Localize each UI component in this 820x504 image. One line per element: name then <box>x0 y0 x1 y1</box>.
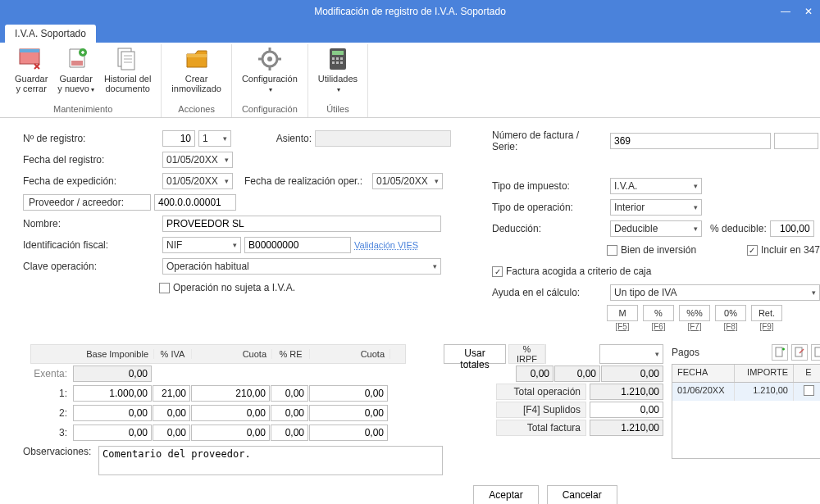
btn-pago-delete[interactable] <box>811 344 820 361</box>
val-suplidos[interactable] <box>590 402 663 418</box>
chk-op-no-sujeta[interactable] <box>159 283 170 293</box>
input-n-registro[interactable] <box>162 130 195 147</box>
r2-pct-re[interactable] <box>271 405 308 421</box>
ribbon-crear-inmovilizado[interactable]: Crear inmovilizado <box>166 44 226 102</box>
chk-factura-criterio-caja[interactable] <box>492 266 503 277</box>
select-deduccion[interactable]: Deducible <box>610 220 702 237</box>
chk-incluir-347[interactable] <box>747 245 758 256</box>
select-tipo-impuesto[interactable]: I.V.A. <box>610 178 702 194</box>
ribbon-guardar-nuevo[interactable]: Guardar y nuevo▾ <box>52 44 99 102</box>
ribbon-guardar-cerrar[interactable]: Guardar y cerrar <box>10 44 52 102</box>
input-fecha-realizacion[interactable]: 01/05/20XX <box>372 173 443 189</box>
lbl-n-registro: Nº de registro: <box>23 133 159 144</box>
btn-aceptar[interactable]: Aceptar <box>473 485 538 504</box>
pagos-hdr-importe: IMPORTE <box>735 365 794 382</box>
lbl-num-factura: Número de factura / Serie: <box>492 129 607 152</box>
calculator-icon <box>325 46 351 72</box>
svg-rect-5 <box>121 52 134 70</box>
input-fecha-expedicion[interactable]: 01/05/20XX <box>162 173 233 189</box>
input-proveedor[interactable] <box>154 194 236 211</box>
lbl-tipo-operacion: Tipo de operación: <box>492 202 607 213</box>
form-area: Nº de registro: 1 Asiento: Fecha del reg… <box>0 118 820 338</box>
lbl-total-factura: Total factura <box>496 420 586 436</box>
calcbtn-pct[interactable]: % <box>643 305 674 321</box>
r2-cuota2[interactable] <box>309 405 388 421</box>
r1-cuota2[interactable] <box>309 385 388 402</box>
r1-base[interactable] <box>73 385 152 402</box>
svg-rect-26 <box>815 347 820 356</box>
calcbtn-m[interactable]: M <box>607 305 638 321</box>
lbl-ayuda-calculo: Ayuda en el cálculo: <box>492 287 607 298</box>
textarea-observaciones[interactable] <box>98 446 443 475</box>
btn-usar-totales[interactable]: Usar totales <box>444 344 506 364</box>
input-num-factura[interactable] <box>610 133 771 149</box>
calcbtn-pctpct[interactable]: %% <box>679 305 710 321</box>
exenta-base <box>73 366 152 382</box>
save-new-icon <box>63 46 89 72</box>
folder-icon <box>184 46 210 72</box>
ribbon-guardar-nuevo-label: Guardar y nuevo▾ <box>57 74 94 94</box>
hdr-base: Base Imponible <box>31 349 154 359</box>
svg-rect-9 <box>187 54 207 57</box>
r1-pct-iva[interactable] <box>153 385 190 402</box>
close-button[interactable]: ✕ <box>797 0 820 23</box>
input-nombre[interactable] <box>162 216 441 232</box>
minimize-button[interactable]: — <box>774 0 797 23</box>
lbl-clave-operacion: Clave operación: <box>23 261 159 272</box>
select-ident-tipo[interactable]: NIF <box>162 237 241 253</box>
input-pct-deducible[interactable] <box>770 220 814 237</box>
svg-rect-23 <box>340 61 343 64</box>
ribbon-utilidades[interactable]: Utilidades▾ <box>313 44 362 102</box>
input-serie[interactable] <box>774 133 818 149</box>
input-fecha-registro[interactable]: 01/05/20XX <box>162 152 233 168</box>
lbl-fecha-registro: Fecha del registro: <box>23 154 159 166</box>
r2-cuota[interactable] <box>191 405 270 421</box>
r3-cuota[interactable] <box>191 425 270 441</box>
pagos-hdr-fecha: FECHA <box>672 365 735 382</box>
hdr-pct-iva: % IVA <box>154 349 192 359</box>
chk-bien-inversion[interactable] <box>607 245 617 256</box>
ribbon-configuracion[interactable]: Configuración▾ <box>237 44 303 102</box>
r2-pct-iva[interactable] <box>153 405 190 421</box>
gear-icon <box>257 46 283 72</box>
calchelp-f8: [F8] <box>715 322 746 331</box>
r2-base[interactable] <box>73 405 152 421</box>
ribbon-crear-inmovilizado-label: Crear inmovilizado <box>171 74 221 93</box>
lbl-op-no-sujeta: Operación no sujeta a I.V.A. <box>173 282 295 293</box>
tab-iva-soportado[interactable]: I.V.A. Soportado <box>5 25 96 43</box>
r1-cuota[interactable] <box>191 385 270 402</box>
ribbon-group-mantenimiento: Mantenimiento <box>10 102 156 117</box>
calcbtn-0pct[interactable]: 0% <box>715 305 746 321</box>
input-ident-num[interactable] <box>244 237 351 253</box>
ribbon-guardar-cerrar-label: Guardar y cerrar <box>15 74 48 93</box>
calcbtn-ret[interactable]: Ret. <box>751 305 782 321</box>
select-tipo-operacion[interactable]: Interior <box>610 199 702 216</box>
btn-pago-add[interactable] <box>772 344 788 361</box>
ribbon: Guardar y cerrar Guardar y nuevo▾ Histor… <box>0 43 820 118</box>
pagos-importe: 1.210,00 <box>735 383 794 401</box>
lbl-ident-fiscal: Identificación fiscal: <box>23 239 159 251</box>
pagos-row[interactable]: 01/06/20XX 1.210,00 <box>672 383 820 401</box>
calchelp-f5: [F5] <box>607 322 638 331</box>
lbl-row3: 3: <box>23 427 72 438</box>
btn-cancelar[interactable]: Cancelar <box>547 485 617 504</box>
lbl-proveedor[interactable]: Proveedor / acreedor: <box>23 194 151 211</box>
link-validacion-vies[interactable]: Validación VIES <box>354 240 418 250</box>
btn-pago-edit[interactable] <box>791 344 808 361</box>
r3-pct-re[interactable] <box>271 425 308 441</box>
grid-area: Base Imponible % IVA Cuota % RE Cuota Ex… <box>0 338 820 504</box>
r1-pct-re[interactable] <box>271 385 308 402</box>
select-ayuda-calculo[interactable]: Un tipo de IVA <box>610 284 820 301</box>
r3-base[interactable] <box>73 425 152 441</box>
svg-rect-18 <box>332 57 335 60</box>
ribbon-historial[interactable]: Historial del documento <box>99 44 156 102</box>
hdr-pct-re: % RE <box>272 349 310 359</box>
pagos-e[interactable] <box>794 383 820 401</box>
save-close-icon <box>18 46 44 72</box>
select-n-registro-serie[interactable]: 1 <box>198 130 231 147</box>
select-clave-operacion[interactable]: Operación habitual <box>162 258 441 275</box>
ribbon-historial-label: Historial del documento <box>104 74 151 93</box>
r3-cuota2[interactable] <box>309 425 388 441</box>
r3-pct-iva[interactable] <box>153 425 190 441</box>
svg-rect-22 <box>336 61 339 64</box>
